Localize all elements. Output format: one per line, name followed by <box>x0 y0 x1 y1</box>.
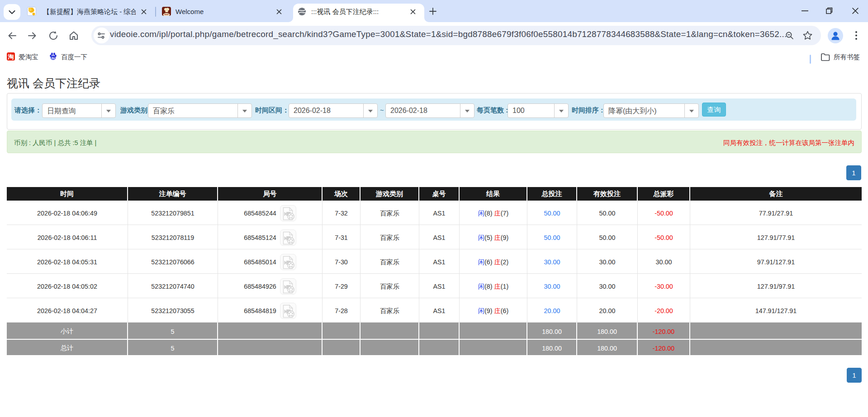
svg-text:淘: 淘 <box>8 53 14 60</box>
svg-text:du: du <box>52 56 55 60</box>
